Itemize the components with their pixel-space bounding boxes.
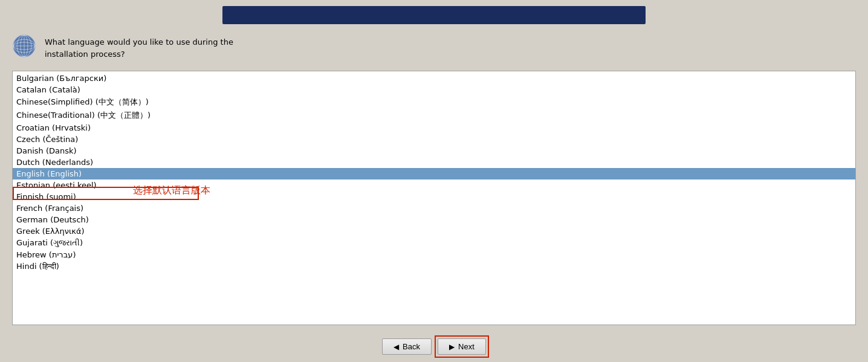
language-item-english[interactable]: English (English): [13, 168, 855, 179]
language-list-container[interactable]: Bulgarian (Български)Catalan (Català)Chi…: [12, 71, 856, 325]
top-bar: [222, 6, 646, 24]
next-button[interactable]: ▶ Next: [438, 338, 486, 355]
language-item-gujarati[interactable]: Gujarati (ગુજરાતી): [13, 237, 855, 249]
back-label: Back: [403, 342, 420, 351]
globe-icon: [12, 34, 36, 58]
language-item-chinese-simplified[interactable]: Chinese(Simplified) (中文（简体）): [13, 95, 855, 109]
question-area: What language would you like to use duri…: [12, 30, 856, 63]
language-item-bulgarian[interactable]: Bulgarian (Български): [13, 73, 855, 84]
language-item-dutch[interactable]: Dutch (Nederlands): [13, 157, 855, 168]
language-item-german[interactable]: German (Deutsch): [13, 214, 855, 225]
language-list[interactable]: Bulgarian (Български)Catalan (Català)Chi…: [13, 71, 855, 325]
language-item-estonian[interactable]: Estonian (eesti keel): [13, 179, 855, 191]
language-item-chinese-traditional[interactable]: Chinese(Traditional) (中文（正體）): [13, 109, 855, 122]
back-button[interactable]: ◀ Back: [382, 338, 432, 355]
language-item-french[interactable]: French (Français): [13, 202, 855, 214]
next-button-wrapper: ▶ Next: [438, 338, 486, 355]
back-icon: ◀: [394, 343, 399, 351]
next-icon: ▶: [449, 343, 455, 351]
language-item-finnish[interactable]: Finnish (suomi): [13, 191, 855, 202]
question-text: What language would you like to use duri…: [45, 36, 233, 60]
language-item-danish[interactable]: Danish (Dansk): [13, 145, 855, 157]
bottom-area: ◀ Back ▶ Next: [0, 331, 868, 362]
language-item-hebrew[interactable]: Hebrew (עברית): [13, 249, 855, 260]
next-label: Next: [458, 342, 474, 351]
language-item-czech[interactable]: Czech (Čeština): [13, 134, 855, 145]
language-item-greek[interactable]: Greek (Ελληνικά): [13, 225, 855, 237]
language-item-hindi[interactable]: Hindi (हिन्दी): [13, 260, 855, 273]
language-item-catalan[interactable]: Catalan (Català): [13, 84, 855, 95]
language-item-croatian[interactable]: Croatian (Hrvatski): [13, 122, 855, 134]
